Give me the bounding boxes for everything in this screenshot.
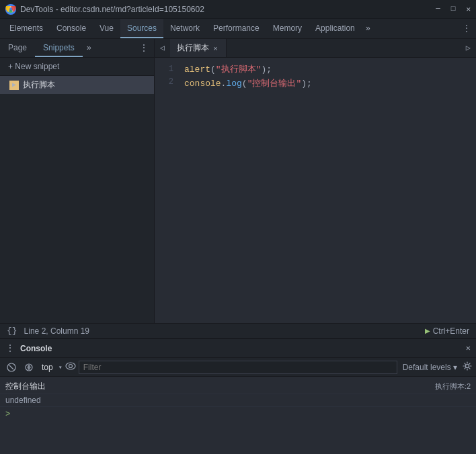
status-bar: {} Line 2, Column 19 ▶ Ctrl+Enter <box>0 323 476 338</box>
code-view: 1 2 alert("执行脚本"); console.log("控制台输出"); <box>155 58 476 323</box>
code-content[interactable]: alert("执行脚本"); console.log("控制台输出"); <box>179 58 476 323</box>
window-controls: ─ □ ✕ <box>436 5 471 13</box>
editor-tabs: ◁ 执行脚本 × ▷ <box>155 39 476 58</box>
line-numbers: 1 2 <box>155 58 179 323</box>
editor-tab-close-button[interactable]: × <box>213 44 217 52</box>
more-tabs-button[interactable]: » <box>362 19 374 38</box>
sidebar-tab-snippets[interactable]: Snippets <box>35 39 83 57</box>
tab-application[interactable]: Application <box>309 19 362 38</box>
console-output-source: 执行脚本:2 <box>435 381 471 392</box>
format-button[interactable]: {} <box>7 326 17 336</box>
maximize-button[interactable]: □ <box>451 5 456 13</box>
console-settings-button[interactable] <box>463 361 472 373</box>
tab-performance[interactable]: Performance <box>206 19 266 38</box>
window-title: DevTools - editor.csdn.net/md?articleId=… <box>20 5 204 14</box>
console-input[interactable] <box>13 410 471 419</box>
sidebar-menu-button[interactable]: ⋮ <box>134 42 154 54</box>
console-filter-input[interactable] <box>79 361 397 374</box>
console-clear-button[interactable] <box>4 361 19 373</box>
tab-vue[interactable]: Vue <box>93 19 120 38</box>
close-button[interactable]: ✕ <box>466 5 471 13</box>
tab-network[interactable]: Network <box>163 19 206 38</box>
main-area: Page Snippets » ⋮ + New snippet ▶ 执行脚本 ◁… <box>0 39 476 323</box>
console-output-row: 控制台输出 执行脚本:2 <box>0 379 476 394</box>
sidebar: Page Snippets » ⋮ + New snippet ▶ 执行脚本 <box>0 39 155 323</box>
snippet-name: 执行脚本 <box>23 79 55 91</box>
minimize-button[interactable]: ─ <box>436 5 440 13</box>
sidebar-tab-page[interactable]: Page <box>0 39 35 57</box>
console-top-dropdown[interactable]: ▾ <box>58 363 63 371</box>
line-number-2: 2 <box>155 76 173 89</box>
tab-sources[interactable]: Sources <box>120 19 163 38</box>
console-header: ⋮ Console ✕ <box>0 339 476 358</box>
new-snippet-button[interactable]: + New snippet <box>0 58 154 76</box>
console-undefined-text: undefined <box>5 396 41 405</box>
run-script-button[interactable]: ▶ Ctrl+Enter <box>425 326 469 336</box>
svg-point-12 <box>466 364 469 367</box>
cursor-position: Line 2, Column 19 <box>24 326 418 336</box>
console-prompt-row: > <box>0 407 476 422</box>
console-title: Console <box>20 344 52 353</box>
console-eye-button[interactable] <box>65 362 76 373</box>
editor-back-button[interactable]: ◁ <box>155 43 170 53</box>
run-shortcut-label: Ctrl+Enter <box>433 326 469 336</box>
console-close-button[interactable]: ✕ <box>466 343 471 353</box>
editor-forward-button[interactable]: ▷ <box>461 43 476 53</box>
tab-memory[interactable]: Memory <box>266 19 309 38</box>
editor-area: ◁ 执行脚本 × ▷ 1 2 alert("执行脚本"); console.lo… <box>155 39 476 323</box>
svg-point-10 <box>66 363 75 369</box>
editor-active-tab[interactable]: 执行脚本 × <box>170 39 226 57</box>
console-top-label: top <box>39 363 56 372</box>
console-undefined-row: undefined <box>0 394 476 407</box>
snippet-item[interactable]: ▶ 执行脚本 <box>0 76 154 94</box>
chrome-icon <box>5 4 16 15</box>
run-icon: ▶ <box>425 327 430 334</box>
line-number-1: 1 <box>155 63 173 76</box>
title-bar: DevTools - editor.csdn.net/md?articleId=… <box>0 0 476 19</box>
devtools-settings-button[interactable]: ⋮ <box>457 19 476 38</box>
console-output: 控制台输出 执行脚本:2 undefined > <box>0 377 476 454</box>
console-levels-dropdown[interactable]: Default levels ▾ <box>400 363 460 372</box>
console-prompt-icon: > <box>5 410 10 419</box>
settings-dots-icon: ⋮ <box>463 24 471 34</box>
sidebar-tabs: Page Snippets » ⋮ <box>0 39 154 58</box>
console-output-text: 控制台输出 <box>5 381 435 392</box>
svg-point-11 <box>69 364 72 367</box>
sidebar-more-button[interactable]: » <box>83 44 95 53</box>
console-toolbar: top ▾ Default levels ▾ <box>0 358 476 377</box>
tab-console[interactable]: Console <box>50 19 93 38</box>
console-filter-toggle-button[interactable] <box>22 361 36 373</box>
tab-elements[interactable]: Elements <box>3 19 50 38</box>
console-menu-button[interactable]: ⋮ <box>5 343 20 354</box>
nav-tabs: Elements Console Vue Sources Network Per… <box>0 19 476 39</box>
snippet-file-icon: ▶ <box>9 81 19 90</box>
console-section: ⋮ Console ✕ top ▾ <box>0 338 476 454</box>
editor-tab-label: 执行脚本 <box>177 42 209 54</box>
svg-line-4 <box>9 365 13 369</box>
